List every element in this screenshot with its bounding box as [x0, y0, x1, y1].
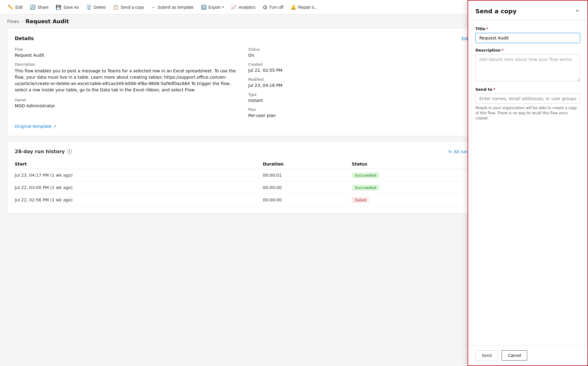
- send-to-label: Send to *: [475, 87, 580, 92]
- plan-label: Plan: [248, 108, 470, 112]
- status-label: Status: [248, 47, 470, 52]
- status-value: On: [248, 53, 470, 58]
- status-badge: Failed: [352, 197, 369, 203]
- analytics-icon: 📈: [231, 5, 237, 10]
- breadcrumb-separator: ›: [21, 19, 23, 24]
- run-start-cell: Jul 22, 02:56 PM (1 wk ago): [15, 194, 263, 206]
- description-label: Description *: [475, 48, 580, 52]
- send-to-form-group: Send to * People in your organization wi…: [475, 87, 580, 121]
- start-column-header: Start: [15, 159, 263, 169]
- modified-group: Modified Jul 23, 04:16 PM: [248, 77, 470, 88]
- description-label: Description: [15, 62, 236, 67]
- flow-label: Flow: [15, 47, 236, 52]
- table-row: Jul 23, 04:17 PM (1 wk ago)00:00:01Succe…: [15, 169, 470, 181]
- run-start-cell: Jul 22, 03:00 PM (1 wk ago): [15, 181, 263, 194]
- submit-template-icon: ↔️: [151, 5, 156, 10]
- left-content: Details Edit Flow Request Audit Descript…: [7, 28, 477, 219]
- table-row: Jul 22, 03:00 PM (1 wk ago)00:00:00Succe…: [15, 181, 470, 194]
- run-duration-cell: 00:00:00: [263, 194, 352, 206]
- created-value: Jul 22, 02:55 PM: [248, 68, 470, 73]
- edit-icon: ✏️: [8, 5, 14, 10]
- all-runs-link[interactable]: ↻ All runs: [449, 149, 470, 154]
- details-card: Details Edit Flow Request Audit Descript…: [7, 28, 477, 136]
- turn-off-button[interactable]: ⏻ Turn off: [260, 3, 286, 11]
- power-icon: ⏻: [263, 5, 267, 10]
- repair-button[interactable]: 🔔 Repair ti...: [288, 3, 320, 12]
- table-header-row: Start Duration Status: [15, 159, 470, 169]
- run-status-cell: Failed: [352, 194, 470, 206]
- title-input[interactable]: [475, 33, 580, 43]
- share-icon: 🔄: [30, 5, 36, 10]
- send-to-required: *: [493, 87, 495, 92]
- send-to-input[interactable]: [475, 93, 580, 104]
- flow-group: Flow Request Audit: [15, 47, 236, 58]
- export-icon: ↗️: [201, 5, 207, 10]
- run-duration-cell: 00:00:00: [263, 181, 352, 194]
- share-button[interactable]: 🔄 Share: [27, 3, 51, 12]
- description-textarea[interactable]: [475, 54, 580, 81]
- duration-column-header: Duration: [263, 159, 352, 169]
- status-group: Status On: [248, 47, 470, 58]
- delete-icon: 🗑️: [86, 5, 92, 10]
- send-copy-icon: 📋: [113, 5, 119, 10]
- delete-button[interactable]: 🗑️ Delete: [83, 3, 109, 12]
- description-group: Description This flow enables you to pos…: [15, 62, 236, 93]
- original-template-link[interactable]: Original template ↗: [15, 124, 470, 129]
- status-column-header: Status: [352, 159, 470, 169]
- panel-title: Send a copy: [475, 8, 517, 15]
- run-history-card: 28-day run history i ↻ All runs Start Du…: [7, 141, 477, 214]
- details-header: Details Edit: [15, 36, 470, 41]
- external-link-icon: ↗: [53, 124, 56, 128]
- status-badge: Succeeded: [352, 185, 379, 191]
- modified-label: Modified: [248, 77, 470, 82]
- owner-group: Owner MOD Administrator: [15, 98, 236, 108]
- type-group: Type Instant: [248, 93, 470, 103]
- owner-label: Owner: [15, 98, 236, 102]
- status-badge: Succeeded: [352, 172, 379, 178]
- details-grid: Flow Request Audit Description This flow…: [15, 47, 470, 118]
- flow-value: Request Audit: [15, 53, 236, 58]
- info-icon[interactable]: i: [67, 149, 72, 154]
- run-history-title: 28-day run history i: [15, 149, 72, 154]
- plan-value: Per-user plan: [248, 113, 470, 118]
- run-history-table: Start Duration Status Jul 23, 04:17 PM (…: [15, 159, 470, 206]
- save-icon: 💾: [56, 5, 61, 10]
- created-group: Created Jul 22, 02:55 PM: [248, 62, 470, 73]
- send-copy-panel: Send a copy × Title * Description * Send…: [468, 0, 588, 226]
- breadcrumb-flows-link[interactable]: Flows: [7, 19, 19, 24]
- title-required: *: [486, 27, 488, 31]
- send-to-hint: People in your organization will be able…: [475, 106, 580, 121]
- table-row: Jul 22, 02:56 PM (1 wk ago)00:00:00Faile…: [15, 194, 470, 206]
- plan-group: Plan Per-user plan: [248, 108, 470, 118]
- run-status-cell: Succeeded: [352, 181, 470, 194]
- owner-value: MOD Administrator: [15, 103, 236, 108]
- panel-body: Title * Description * Send to * People i…: [468, 21, 587, 226]
- type-label: Type: [248, 93, 470, 97]
- export-chevron-icon: ▾: [222, 5, 224, 9]
- description-required: *: [502, 48, 504, 52]
- description-value: This flow enables you to post a message …: [15, 68, 236, 93]
- refresh-icon: ↻: [449, 149, 452, 154]
- bell-icon: 🔔: [291, 5, 296, 10]
- send-copy-button[interactable]: 📋 Send a copy: [110, 3, 147, 12]
- title-label: Title *: [475, 27, 580, 31]
- analytics-button[interactable]: 📈 Analytics: [228, 3, 258, 12]
- panel-header: Send a copy ×: [468, 1, 587, 21]
- save-as-button[interactable]: 💾 Save As: [53, 3, 82, 12]
- edit-button[interactable]: ✏️ Edit: [5, 3, 26, 12]
- page-title: Request Audit: [26, 18, 69, 24]
- run-history-header: 28-day run history i ↻ All runs: [15, 149, 470, 154]
- created-label: Created: [248, 62, 470, 67]
- panel-close-button[interactable]: ×: [574, 7, 580, 15]
- details-title: Details: [15, 36, 34, 41]
- modified-value: Jul 23, 04:16 PM: [248, 83, 470, 88]
- title-form-group: Title *: [475, 27, 580, 43]
- run-start-cell: Jul 23, 04:17 PM (1 wk ago): [15, 169, 263, 181]
- export-button[interactable]: ↗️ Export ▾: [198, 3, 227, 12]
- details-left-col: Flow Request Audit Description This flow…: [15, 47, 236, 118]
- description-form-group: Description *: [475, 48, 580, 82]
- type-value: Instant: [248, 98, 470, 103]
- run-duration-cell: 00:00:01: [263, 169, 352, 181]
- submit-template-button[interactable]: ↔️ Submit as template: [148, 3, 197, 11]
- run-status-cell: Succeeded: [352, 169, 470, 181]
